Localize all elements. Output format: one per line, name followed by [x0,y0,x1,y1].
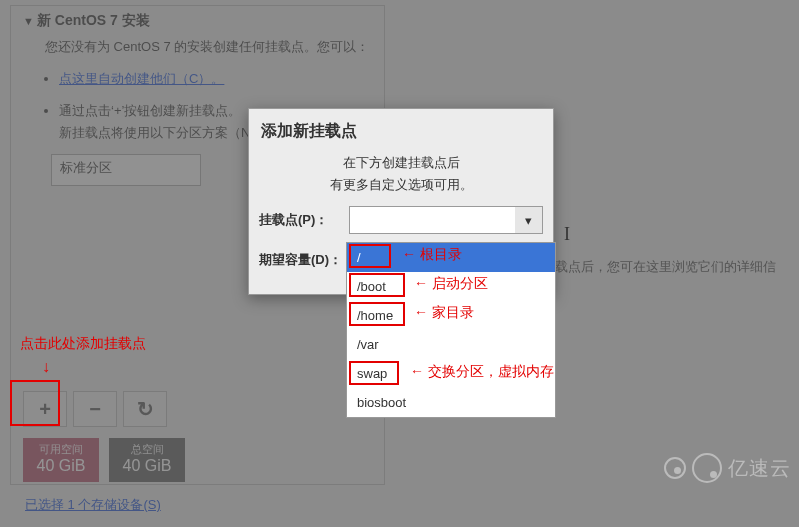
auto-create-link[interactable]: 点这里自动创建他们（C）。 [59,68,224,90]
avail-label: 可用空间 [23,442,99,457]
panel-title: 新 CentOS 7 安装 [23,12,372,30]
available-space: 可用空间 40 GiB [23,438,99,482]
reload-button[interactable]: ↻ [123,391,167,427]
capacity-label: 期望容量(D)： [259,251,349,269]
anno-home: 家目录 [414,304,474,322]
anno-add-highlight [10,380,60,426]
space-boxes: 可用空间 40 GiB 总空间 40 GiB [23,438,185,482]
remove-mount-button[interactable]: − [73,391,117,427]
watermark-circle-icon [664,457,686,479]
watermark-circle-icon [692,453,722,483]
dialog-subtitle: 在下方创建挂载点后 有更多自定义选项可用。 [259,152,543,196]
mountpoint-combo[interactable]: ▾ [349,206,543,234]
chevron-down-icon: ▾ [525,213,532,228]
scheme-line: 新挂载点将使用以下分区方案（N）： [59,125,276,140]
mountpoint-dropdown-button[interactable]: ▾ [515,206,543,234]
scheme-value: 标准分区 [60,160,112,175]
option-var[interactable]: /var [347,330,555,359]
total-label: 总空间 [109,442,185,457]
mountpoint-input[interactable] [349,206,543,234]
text-cursor-icon: I [564,224,570,245]
total-value: 40 GiB [109,457,185,475]
watermark-text: 亿速云 [728,455,791,482]
anno-root: 根目录 [402,246,462,264]
anno-swap: 交换分区，虚拟内存 [410,363,554,381]
dialog-title: 添加新挂载点 [261,121,543,142]
anno-boot: 启动分区 [414,275,488,293]
right-hint-text: 载点后，您可在这里浏览它们的详细信 [555,258,776,276]
storage-selected-link[interactable]: 已选择 1 个存储设备(S) [25,496,161,514]
mountpoint-label: 挂载点(P)： [259,211,349,229]
anno-click-here: 点击此处添加挂载点 [20,335,146,353]
partition-scheme-select[interactable]: 标准分区 [51,154,201,186]
mountpoint-row: 挂载点(P)： ▾ [259,206,543,234]
arrow-down-icon: ↓ [42,358,50,376]
total-space: 总空间 40 GiB [109,438,185,482]
panel-desc: 您还没有为 CentOS 7 的安装创建任何挂载点。您可以： [45,36,372,58]
mountpoint-dropdown: / /boot /home /var swap biosboot [346,242,556,418]
avail-value: 40 GiB [23,457,99,475]
manual-create-text: 通过点击‘+’按钮创建新挂载点。 [59,103,241,118]
watermark: 亿速云 [664,453,791,483]
option-biosboot[interactable]: biosboot [347,388,555,417]
